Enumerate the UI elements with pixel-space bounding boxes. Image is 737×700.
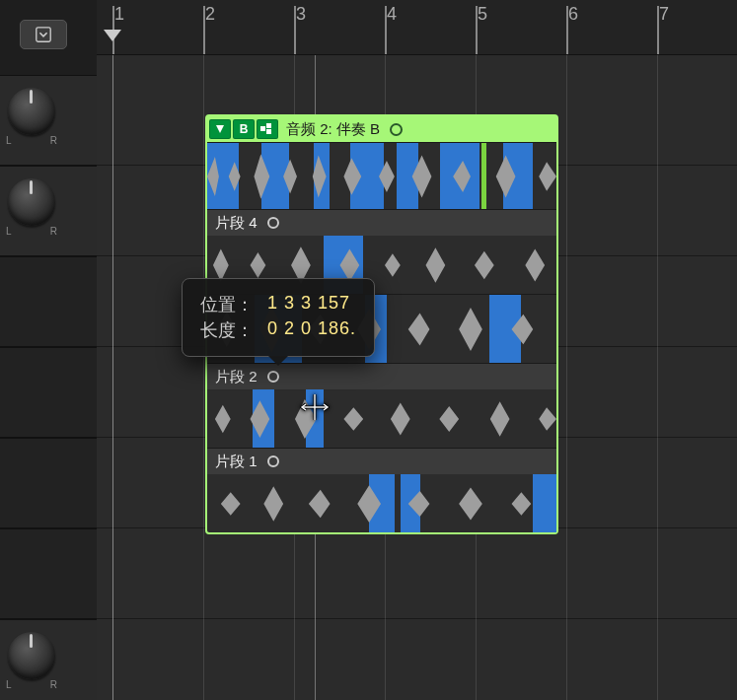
menu-button[interactable]: [20, 20, 67, 49]
pan-labels: LR: [6, 679, 57, 690]
ruler-label: 1: [114, 4, 124, 25]
quick-swipe-b-button[interactable]: B: [233, 119, 255, 139]
track-header[interactable]: [0, 438, 97, 528]
track-row[interactable]: [97, 528, 737, 619]
track-header[interactable]: [0, 528, 97, 619]
track-header[interactable]: LR: [0, 166, 97, 256]
ruler-label: 4: [387, 4, 397, 25]
ruler-label: 5: [478, 4, 487, 25]
comp-icon[interactable]: [257, 119, 278, 139]
svg-marker-5: [207, 154, 556, 199]
take-header[interactable]: 片段 1: [207, 449, 556, 474]
ruler-label: 3: [296, 4, 306, 25]
chevron-down-in-box-icon: [35, 26, 52, 43]
loop-indicator-icon: [390, 123, 403, 136]
take-header[interactable]: 片段 2: [207, 364, 556, 389]
svg-rect-0: [37, 28, 50, 41]
left-panel: LR LR LR: [0, 0, 97, 700]
pan-knob[interactable]: [8, 632, 55, 679]
svg-marker-8: [207, 398, 556, 438]
track-row[interactable]: [97, 619, 737, 700]
track-header[interactable]: [0, 347, 97, 438]
tooltip-pos-label: 位置：: [200, 293, 254, 316]
ruler-label: 7: [659, 4, 669, 25]
timeline-ruler[interactable]: 1234567: [97, 0, 737, 55]
svg-rect-4: [266, 129, 271, 134]
ruler-label: 6: [568, 4, 578, 25]
disclosure-triangle-icon[interactable]: [209, 119, 231, 139]
take-folder-title: 音频 2: 伴奏 B: [286, 120, 380, 139]
track-header[interactable]: LR: [0, 619, 97, 700]
track-header[interactable]: [0, 256, 97, 347]
svg-rect-2: [260, 126, 265, 131]
position-tooltip: 位置： 1 3 3 157 长度： 0 2 0 186.: [182, 278, 375, 357]
take-folder-header[interactable]: B 音频 2: 伴奏 B: [207, 116, 556, 142]
take-label: 片段 2: [215, 368, 258, 386]
svg-marker-1: [216, 125, 224, 133]
pan-labels: LR: [6, 135, 57, 146]
tooltip-len-label: 长度：: [200, 318, 254, 342]
pan-labels: LR: [6, 226, 57, 237]
take-indicator-icon: [267, 371, 279, 383]
comp-lane[interactable]: [207, 142, 556, 209]
take-header[interactable]: 片段 4: [207, 210, 556, 236]
take-label: 片段 4: [215, 214, 258, 233]
tooltip-len-value: 0 2 0 186.: [267, 318, 356, 342]
pan-knob[interactable]: [8, 178, 55, 226]
take-lane[interactable]: 片段 1: [207, 448, 556, 532]
svg-marker-9: [207, 485, 556, 523]
ruler-label: 2: [205, 4, 215, 25]
tooltip-pos-value: 1 3 3 157: [267, 293, 350, 316]
take-indicator-icon: [267, 455, 279, 467]
playhead-marker[interactable]: [104, 30, 121, 41]
track-header[interactable]: LR: [0, 75, 97, 166]
take-lane[interactable]: 片段 2: [207, 363, 556, 448]
svg-rect-3: [266, 123, 271, 128]
take-label: 片段 1: [215, 453, 258, 471]
pan-knob[interactable]: [8, 88, 55, 135]
take-indicator-icon: [267, 217, 279, 229]
